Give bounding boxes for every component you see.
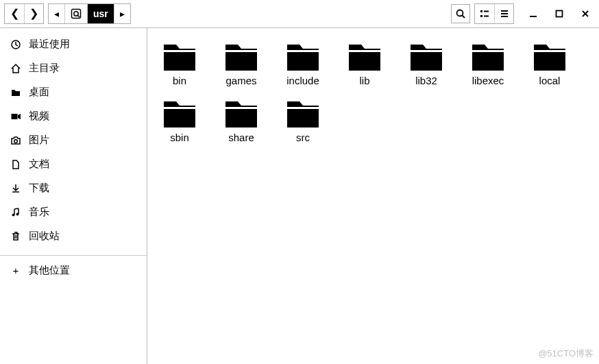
folder-label: sbin <box>170 132 189 143</box>
path-current[interactable]: usr <box>87 4 114 23</box>
svg-rect-10 <box>501 13 508 14</box>
svg-point-20 <box>16 213 19 215</box>
sidebar-item-label: 音乐 <box>29 206 49 219</box>
folder-icon <box>161 93 198 129</box>
svg-rect-12 <box>530 16 537 17</box>
triangle-right-icon: ▸ <box>120 8 125 19</box>
sidebar-item-1[interactable]: 主目录 <box>0 56 147 80</box>
maximize-button[interactable] <box>550 4 569 23</box>
sidebar-item-label: 视频 <box>29 110 49 123</box>
sidebar-item-label: 图片 <box>29 134 49 147</box>
minimize-button[interactable] <box>524 4 543 23</box>
folder-label: libexec <box>472 75 504 86</box>
folder-label: include <box>286 75 319 86</box>
trash-icon <box>10 231 22 242</box>
path-bar: ◂ usr ▸ <box>48 3 131 24</box>
plus-icon: + <box>10 265 22 276</box>
sidebar-item-6[interactable]: 下载 <box>0 176 147 200</box>
close-button[interactable] <box>576 4 595 23</box>
folder-games[interactable]: games <box>216 36 267 86</box>
folder-libexec[interactable]: libexec <box>463 36 513 86</box>
path-prev[interactable]: ◂ <box>49 4 64 23</box>
folder-icon <box>284 93 321 129</box>
folder-label: lib32 <box>415 75 437 86</box>
svg-line-4 <box>463 16 465 19</box>
svg-rect-8 <box>484 16 489 17</box>
path-next[interactable]: ▸ <box>114 4 130 23</box>
svg-rect-17 <box>12 114 18 119</box>
nav-back-forward: ❮ ❯ <box>4 3 44 24</box>
sidebar-item-7[interactable]: 音乐 <box>0 200 147 224</box>
folder-label: src <box>296 132 310 143</box>
minimize-icon <box>529 10 537 18</box>
download-icon <box>10 183 22 194</box>
folder-icon <box>531 36 568 72</box>
sidebar-other-locations[interactable]: + 其他位置 <box>0 258 147 282</box>
view-menu-button[interactable] <box>494 4 513 23</box>
svg-point-18 <box>14 139 18 143</box>
sidebar-item-label: 文档 <box>29 158 49 171</box>
svg-point-3 <box>457 10 463 16</box>
sidebar-item-label: 回收站 <box>29 230 60 243</box>
hamburger-icon <box>499 8 510 19</box>
svg-rect-6 <box>484 11 489 12</box>
sidebar-item-5[interactable]: 文档 <box>0 152 147 176</box>
chevron-left-icon: ❮ <box>10 8 19 19</box>
folder-icon <box>284 36 321 72</box>
back-button[interactable]: ❮ <box>5 4 24 23</box>
search-button[interactable] <box>451 4 470 23</box>
folder-icon <box>223 36 260 72</box>
folder-sbin[interactable]: sbin <box>154 93 205 143</box>
folder-label: games <box>225 75 256 86</box>
sidebar-item-label: 最近使用 <box>29 38 70 51</box>
folder-icon <box>161 36 198 72</box>
sidebar-item-3[interactable]: 视频 <box>0 104 147 128</box>
triangle-left-icon: ◂ <box>54 8 59 19</box>
folder-label: bin <box>173 75 186 86</box>
folder-icon <box>223 93 260 129</box>
sidebar-item-label: 桌面 <box>29 86 49 99</box>
folder-lib[interactable]: lib <box>339 36 390 86</box>
folder-icon <box>408 36 445 72</box>
folder-share[interactable]: share <box>216 93 267 143</box>
folder-local[interactable]: local <box>524 36 575 86</box>
home-icon <box>10 63 22 74</box>
svg-rect-11 <box>501 16 508 17</box>
maximize-icon <box>555 10 563 18</box>
folder-src[interactable]: src <box>278 93 328 143</box>
view-switcher <box>474 3 514 24</box>
sidebar-item-0[interactable]: 最近使用 <box>0 32 147 56</box>
watermark: @51CTO博客 <box>538 348 594 360</box>
svg-rect-5 <box>480 10 482 12</box>
view-list-button[interactable] <box>475 4 494 23</box>
list-icon <box>479 8 490 19</box>
sidebar-item-label: 下载 <box>29 182 49 195</box>
sidebar-item-2[interactable]: 桌面 <box>0 80 147 104</box>
folder-lib32[interactable]: lib32 <box>401 36 452 86</box>
svg-line-2 <box>77 15 80 17</box>
icon-grid: bingamesincludeliblib32libexeclocalsbins… <box>154 36 592 143</box>
path-root[interactable] <box>64 4 87 23</box>
forward-button[interactable]: ❯ <box>24 4 43 23</box>
folder-icon <box>346 36 383 72</box>
folder-icon <box>469 36 506 72</box>
folder-include[interactable]: include <box>278 36 328 86</box>
svg-rect-7 <box>480 15 482 17</box>
content-area: bingamesincludeliblib32libexeclocalsbins… <box>147 28 599 364</box>
clock-icon <box>10 39 22 50</box>
music-icon <box>10 207 22 218</box>
window-controls <box>524 4 595 23</box>
close-icon <box>581 10 589 18</box>
sidebar-item-label: 其他位置 <box>29 264 70 277</box>
search-icon <box>455 8 466 19</box>
sidebar-divider <box>0 255 147 256</box>
sidebar-item-label: 主目录 <box>29 62 60 75</box>
camera-icon <box>10 135 22 146</box>
chevron-right-icon: ❯ <box>29 8 38 19</box>
sidebar-item-8[interactable]: 回收站 <box>0 224 147 248</box>
toolbar: ❮ ❯ ◂ usr ▸ <box>0 0 599 27</box>
sidebar: 最近使用主目录桌面视频图片文档下载音乐回收站 + 其他位置 <box>0 28 147 364</box>
folder-small-icon <box>10 87 22 98</box>
folder-bin[interactable]: bin <box>154 36 205 86</box>
sidebar-item-4[interactable]: 图片 <box>0 128 147 152</box>
